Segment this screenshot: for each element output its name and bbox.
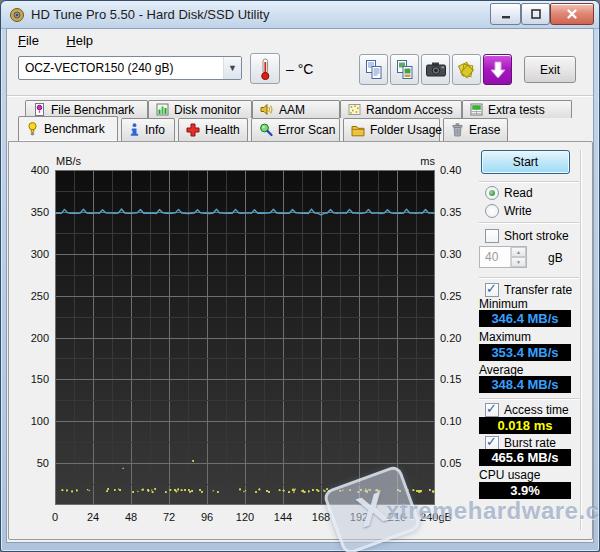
capacity-value: 40 [480,247,510,267]
capacity-unit: gB [548,251,563,265]
start-label: Start [513,155,538,169]
close-button[interactable] [550,3,594,25]
tab-erase[interactable]: Erase [443,118,508,141]
right-axis-tick: 0.20 [440,332,474,344]
right-axis-tick: 0.40 [440,164,474,176]
tab-label: Folder Usage [370,123,442,137]
checkbox-icon [485,403,499,417]
stepper-arrows[interactable]: ▲▼ [510,247,526,267]
access-time-checkbox[interactable]: Access time [485,403,569,417]
right-axis-tick: 0.35 [440,206,474,218]
left-axis-tick: 200 [16,332,49,344]
transfer-rate-label: Transfer rate [504,283,572,297]
maximize-icon [530,8,542,20]
average-value: 348.4 MB/s [479,376,571,393]
save-results-button[interactable] [452,54,481,85]
copy-image-button[interactable] [390,54,419,85]
average-label: Average [479,363,523,377]
benchmark-chart [55,170,435,505]
exit-label: Exit [540,63,560,77]
watermark-text: xtremehardware.com [386,497,600,525]
minimum-value: 346.4 MB/s [479,310,571,327]
drive-select-dropdown[interactable]: OCZ-VECTOR150 (240 gB) ▼ [18,56,242,80]
cpu-usage-label: CPU usage [479,468,540,482]
thermometer-icon [255,57,275,81]
extra-tests-icon [470,103,483,116]
health-cross-icon [186,123,200,137]
maximum-value: 353.4 MB/s [479,344,571,361]
tab-error-scan[interactable]: Error Scan [251,118,340,141]
write-label: Write [504,204,532,218]
short-stroke-checkbox[interactable]: Short stroke [485,229,569,243]
random-access-icon [348,103,361,116]
drive-select-value: OCZ-VECTOR150 (240 gB) [25,61,174,75]
info-icon [129,123,140,137]
right-axis-title: ms [408,155,435,167]
menubar: File Help [10,30,101,51]
separator [479,222,579,224]
toolbar-separator [7,95,593,97]
folder-icon [351,124,365,137]
stepper-up-icon[interactable]: ▲ [511,247,526,257]
update-button[interactable] [483,54,512,85]
maximum-label: Maximum [479,330,531,344]
read-radio[interactable]: Read [485,186,533,200]
arrow-down-icon [489,60,507,80]
checkbox-icon [485,283,499,297]
menu-help[interactable]: Help [58,30,101,51]
camera-icon [425,60,447,80]
tab-folder-usage[interactable]: Folder Usage [343,118,440,141]
separator [479,277,579,279]
app-icon [9,7,25,23]
tab-extra-tests[interactable]: Extra tests [462,100,572,118]
tab-health[interactable]: Health [178,118,248,141]
checkbox-icon [485,436,499,450]
speaker-icon [260,103,274,116]
temperature-button[interactable] [250,53,280,84]
maximize-button[interactable] [521,3,550,25]
tab-label: AAM [279,103,305,117]
menu-file[interactable]: File [10,30,47,51]
copy-text-button[interactable] [359,54,388,85]
copy-image-icon [395,59,415,81]
capacity-stepper[interactable]: 40 ▲▼ [479,246,527,268]
tab-label: Benchmark [44,122,105,136]
read-label: Read [504,186,533,200]
right-axis-tick: 0.05 [440,457,474,469]
exit-button[interactable]: Exit [524,56,576,83]
tab-label: Erase [469,123,500,137]
right-axis-tick: 0.10 [440,415,474,427]
start-button[interactable]: Start [481,150,570,174]
tab-benchmark[interactable]: Benchmark [18,116,118,141]
tab-disk-monitor[interactable]: Disk monitor [148,100,252,118]
x-axis-tick: 144 [267,511,299,523]
file-benchmark-icon [33,103,46,116]
left-axis-tick: 150 [16,373,49,385]
write-radio[interactable]: Write [485,204,532,218]
minimize-icon [500,8,512,20]
screenshot-button[interactable] [421,54,450,85]
transfer-rate-checkbox[interactable]: Transfer rate [485,283,572,297]
tab-aam[interactable]: AAM [252,100,340,118]
chevron-down-icon: ▼ [223,57,241,79]
tab-label: Health [205,123,240,137]
window-title: HD Tune Pro 5.50 - Hard Disk/SSD Utility [31,7,269,22]
app-window: HD Tune Pro 5.50 - Hard Disk/SSD Utility… [0,0,600,552]
minimize-button[interactable] [490,3,521,25]
short-stroke-label: Short stroke [504,229,569,243]
x-axis-tick: 48 [115,511,147,523]
copy-text-icon [364,59,384,81]
x-axis-tick: 0 [39,511,71,523]
burst-rate-value: 465.6 MB/s [479,449,571,466]
tab-label: Info [145,123,165,137]
tab-info[interactable]: Info [121,118,175,141]
burst-rate-checkbox[interactable]: Burst rate [485,436,556,450]
tab-random-access[interactable]: Random Access [340,100,462,118]
close-icon [566,8,578,20]
x-axis-tick: 120 [229,511,261,523]
stepper-down-icon[interactable]: ▼ [511,257,526,267]
tab-label: Disk monitor [174,103,241,117]
x-axis-tick: 24 [77,511,109,523]
access-time-value: 0.018 ms [479,417,571,434]
save-results-icon [456,59,478,81]
